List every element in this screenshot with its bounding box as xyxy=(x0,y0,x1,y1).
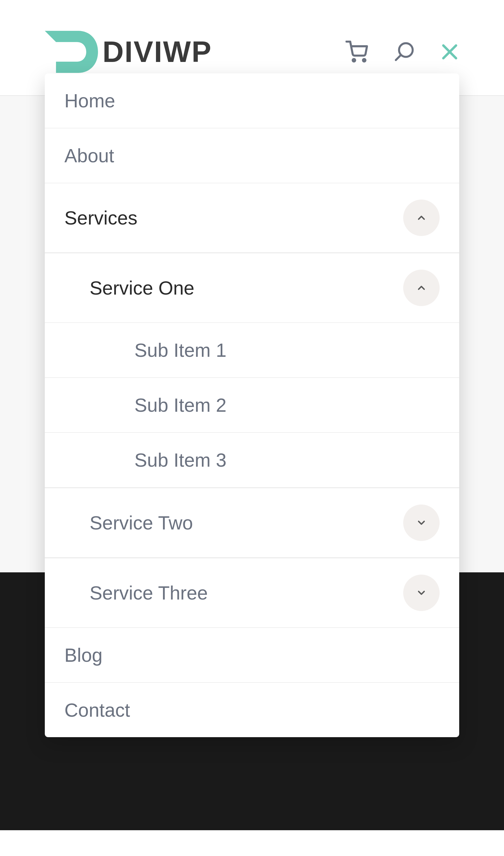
svg-line-3 xyxy=(396,55,401,60)
expand-button[interactable] xyxy=(403,575,439,611)
menu-item-home[interactable]: Home xyxy=(45,73,459,129)
chevron-up-icon xyxy=(416,282,427,293)
cart-icon[interactable] xyxy=(345,41,368,63)
logo-text: DIVIWP xyxy=(103,35,212,69)
collapse-button[interactable] xyxy=(403,270,439,306)
page-body: Home About Services Service One Sub Item… xyxy=(0,96,504,830)
submenu-item-service-one[interactable]: Service One xyxy=(45,253,459,323)
menu-item-about[interactable]: About xyxy=(45,129,459,183)
menu-item-label: Service Three xyxy=(90,582,208,604)
menu-item-label: Contact xyxy=(65,699,130,721)
menu-item-label: Home xyxy=(65,90,115,112)
menu-item-label: Service Two xyxy=(90,512,193,534)
chevron-down-icon xyxy=(416,517,427,528)
submenu-item-service-three[interactable]: Service Three xyxy=(45,558,459,628)
menu-item-label: Sub Item 2 xyxy=(134,394,227,416)
menu-item-label: Blog xyxy=(65,644,103,666)
submenu-item-sub-2[interactable]: Sub Item 2 xyxy=(45,378,459,433)
search-icon[interactable] xyxy=(393,41,415,63)
chevron-up-icon xyxy=(416,212,427,223)
close-icon[interactable] xyxy=(440,42,459,62)
collapse-button[interactable] xyxy=(403,200,439,236)
submenu-item-sub-3[interactable]: Sub Item 3 xyxy=(45,433,459,488)
svg-point-0 xyxy=(353,59,355,62)
logo-mark-icon xyxy=(45,31,98,73)
menu-item-label: Services xyxy=(65,207,138,229)
menu-item-label: Sub Item 1 xyxy=(134,339,227,361)
chevron-down-icon xyxy=(416,587,427,598)
svg-point-1 xyxy=(363,59,365,62)
menu-item-label: Sub Item 3 xyxy=(134,449,227,471)
submenu-item-service-two[interactable]: Service Two xyxy=(45,488,459,558)
menu-item-label: Service One xyxy=(90,277,194,299)
submenu-item-sub-1[interactable]: Sub Item 1 xyxy=(45,323,459,378)
mobile-menu-panel: Home About Services Service One Sub Item… xyxy=(45,73,459,737)
logo[interactable]: DIVIWP xyxy=(45,31,212,73)
menu-item-contact[interactable]: Contact xyxy=(45,683,459,737)
menu-item-label: About xyxy=(65,144,114,167)
expand-button[interactable] xyxy=(403,504,439,541)
menu-item-blog[interactable]: Blog xyxy=(45,628,459,683)
menu-item-services[interactable]: Services xyxy=(45,183,459,253)
header-icons xyxy=(345,41,459,63)
